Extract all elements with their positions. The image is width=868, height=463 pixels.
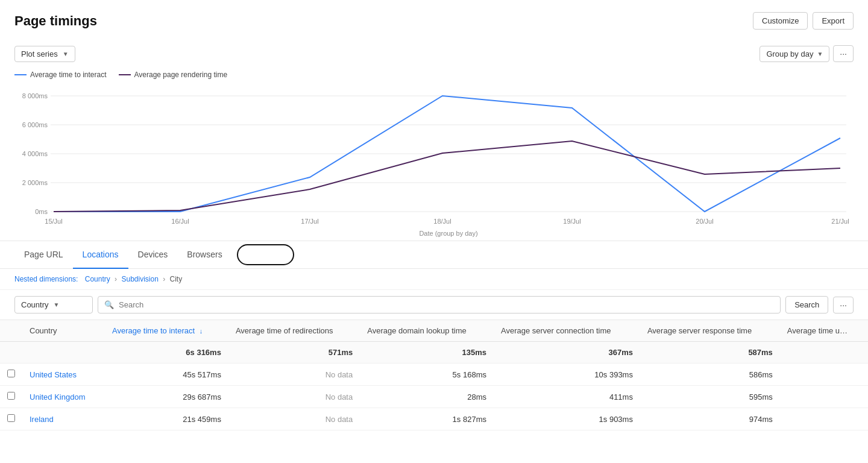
tab-page-url[interactable]: Page URL	[14, 241, 73, 269]
tabs-section: Page URL Locations Devices Browsers	[0, 241, 868, 269]
row-0-avg-interact: 45s 517ms	[105, 364, 228, 386]
table-row: United States 45s 517ms No data 5s 168ms…	[0, 364, 868, 386]
legend-label-render: Average page rendering time	[134, 71, 228, 79]
chart-more-button[interactable]: ···	[833, 45, 854, 62]
checkbox-ireland[interactable]	[7, 414, 15, 422]
row-0-avg-server-conn: 10s 393ms	[494, 364, 640, 386]
breadcrumb-city: City	[170, 275, 183, 283]
th-avg-redirections[interactable]: Average time of redirections	[228, 320, 360, 342]
group-by-controls: Group by day ▼ ···	[760, 45, 854, 62]
table-more-button[interactable]: ···	[833, 297, 854, 313]
export-button[interactable]: Export	[813, 12, 854, 30]
table-row: Ireland 21s 459ms No data 1s 827ms 1s 90…	[0, 408, 868, 430]
tabs: Page URL Locations Devices Browsers	[14, 241, 854, 268]
svg-text:6 000ms: 6 000ms	[22, 121, 48, 128]
row-2-avg-time-u	[780, 408, 868, 430]
legend-item-render: Average page rendering time	[119, 71, 228, 79]
row-2-avg-server-resp: 974ms	[640, 408, 780, 430]
header-actions: Customize Export	[753, 12, 854, 30]
svg-text:4 000ms: 4 000ms	[22, 150, 48, 157]
tab-devices[interactable]: Devices	[128, 241, 178, 269]
row-1-avg-domain: 28ms	[360, 386, 494, 408]
row-2-avg-redirections: No data	[228, 408, 360, 430]
svg-text:21/Jul: 21/Jul	[831, 218, 849, 225]
summary-row: 6s 316ms 571ms 135ms 367ms 587ms	[0, 342, 868, 364]
th-avg-server-conn[interactable]: Average server connection time	[494, 320, 640, 342]
row-2-avg-interact: 21s 459ms	[105, 408, 228, 430]
customize-button[interactable]: Customize	[753, 12, 808, 30]
tab-locations[interactable]: Locations	[73, 241, 128, 269]
summary-country	[22, 342, 105, 364]
chart-legend: Average time to interact Average page re…	[14, 67, 854, 81]
summary-avg-redirections: 571ms	[228, 342, 360, 364]
legend-item-interact: Average time to interact	[14, 71, 107, 79]
row-0-country[interactable]: United States	[22, 364, 105, 386]
svg-text:19/Jul: 19/Jul	[563, 218, 580, 225]
table-container: Country Average time to interact ↓ Avera…	[0, 320, 868, 430]
row-0-checkbox[interactable]	[0, 364, 22, 386]
row-2-avg-server-conn: 1s 903ms	[494, 408, 640, 430]
plot-series-select[interactable]: Plot series ▼	[14, 46, 75, 62]
group-by-label: Group by day	[766, 49, 813, 58]
row-1-avg-server-resp: 595ms	[640, 386, 780, 408]
row-1-avg-interact: 29s 687ms	[105, 386, 228, 408]
row-2-country[interactable]: Ireland	[22, 408, 105, 430]
row-1-avg-server-conn: 411ms	[494, 386, 640, 408]
chevron-down-icon: ▼	[817, 51, 823, 57]
th-checkbox	[0, 320, 22, 342]
group-by-button[interactable]: Group by day ▼	[760, 46, 829, 62]
breadcrumb: Nested dimensions: Country › Subdivision…	[0, 269, 868, 290]
search-button[interactable]: Search	[785, 296, 828, 313]
summary-avg-server-conn: 367ms	[494, 342, 640, 364]
row-1-checkbox[interactable]	[0, 386, 22, 408]
th-avg-domain[interactable]: Average domain lookup time	[360, 320, 494, 342]
dimension-select[interactable]: Country ▼	[14, 296, 93, 313]
breadcrumb-sep-2: ›	[163, 275, 167, 283]
breadcrumb-country[interactable]: Country	[85, 275, 110, 283]
callout-annotation	[237, 244, 294, 265]
table-row: United Kingdom 29s 687ms No data 28ms 41…	[0, 386, 868, 408]
search-icon: 🔍	[104, 300, 114, 309]
page-container: Page timings Customize Export Plot serie…	[0, 0, 868, 463]
row-1-avg-time-u	[780, 386, 868, 408]
table-header-row: Country Average time to interact ↓ Avera…	[0, 320, 868, 342]
th-country[interactable]: Country	[22, 320, 105, 342]
checkbox-uk[interactable]	[7, 392, 15, 400]
page-title: Page timings	[14, 13, 97, 29]
svg-text:15/Jul: 15/Jul	[45, 218, 62, 225]
svg-text:17/Jul: 17/Jul	[301, 218, 318, 225]
breadcrumb-prefix: Nested dimensions:	[14, 275, 78, 283]
legend-line-dark	[119, 74, 131, 75]
row-0-avg-redirections: No data	[228, 364, 360, 386]
row-1-avg-redirections: No data	[228, 386, 360, 408]
page-header: Page timings Customize Export	[0, 0, 868, 39]
row-2-checkbox[interactable]	[0, 408, 22, 430]
chevron-down-icon: ▼	[63, 51, 69, 57]
svg-text:Date (group by day): Date (group by day)	[419, 230, 477, 237]
row-1-country[interactable]: United Kingdom	[22, 386, 105, 408]
th-avg-server-resp[interactable]: Average server response time	[640, 320, 780, 342]
dimension-label: Country	[21, 300, 49, 309]
summary-avg-domain: 135ms	[360, 342, 494, 364]
legend-line-blue	[14, 74, 27, 75]
chart-svg: 8 000ms 6 000ms 4 000ms 2 000ms 0ms 15/J…	[14, 84, 854, 241]
svg-text:18/Jul: 18/Jul	[433, 218, 451, 225]
sort-arrow-icon: ↓	[200, 327, 203, 335]
chevron-down-icon: ▼	[54, 301, 60, 308]
search-bar: 🔍	[98, 296, 781, 313]
legend-label-interact: Average time to interact	[30, 71, 107, 79]
breadcrumb-subdivision[interactable]: Subdivision	[121, 275, 158, 283]
th-avg-time-u[interactable]: Average time u…	[780, 320, 868, 342]
table-controls: Country ▼ 🔍 Search ···	[0, 290, 868, 320]
summary-checkbox	[0, 342, 22, 364]
summary-avg-interact: 6s 316ms	[105, 342, 228, 364]
th-avg-interact[interactable]: Average time to interact ↓	[105, 320, 228, 342]
checkbox-us[interactable]	[7, 370, 15, 377]
summary-avg-time-u	[780, 342, 868, 364]
svg-text:16/Jul: 16/Jul	[171, 218, 189, 225]
tab-browsers[interactable]: Browsers	[177, 241, 231, 269]
svg-text:20/Jul: 20/Jul	[696, 218, 713, 225]
row-2-avg-domain: 1s 827ms	[360, 408, 494, 430]
svg-text:2 000ms: 2 000ms	[22, 179, 48, 186]
search-input[interactable]	[119, 300, 774, 309]
